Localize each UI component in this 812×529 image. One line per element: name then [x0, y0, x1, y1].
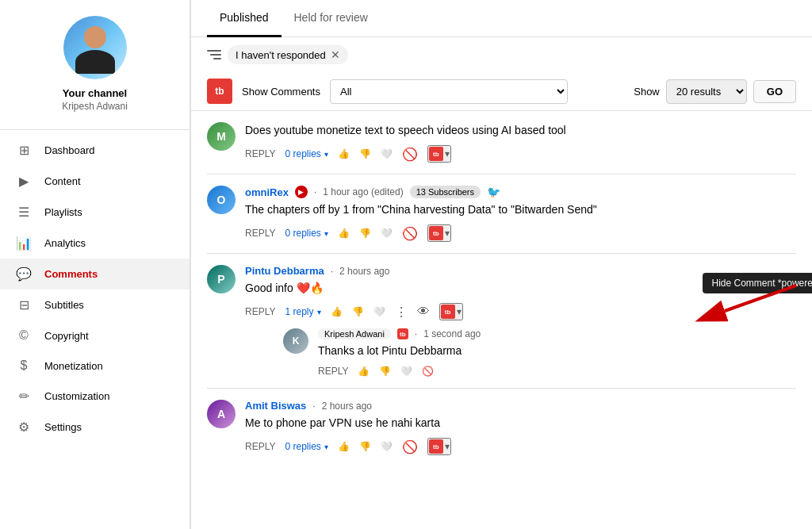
reply-btn-1[interactable]: REPLY — [245, 148, 275, 159]
copyright-icon: © — [16, 328, 32, 343]
avatar — [63, 16, 127, 79]
like-btn-3[interactable]: 👍 — [331, 306, 343, 317]
heart-btn-1[interactable]: 🤍 — [381, 148, 393, 159]
replies-btn-2[interactable]: 0 replies ▾ — [285, 228, 327, 239]
reply-count-3: 1 reply — [285, 306, 313, 317]
sidebar: Your channel Kripesh Adwani ⊞Dashboard▶C… — [0, 0, 190, 529]
reply-text-3: Thanks a lot Pintu Debbarma — [318, 343, 796, 359]
author-name-2: omniRex — [245, 186, 289, 198]
tab-published[interactable]: Published — [207, 0, 282, 37]
hide-btn-2[interactable]: 🚫 — [402, 226, 418, 241]
reply-reply-btn-3[interactable]: REPLY — [318, 366, 348, 377]
like-btn-4[interactable]: 👍 — [338, 441, 350, 452]
tb-chevron-1: ▾ — [445, 148, 450, 159]
heart-btn-3[interactable]: 🤍 — [373, 306, 385, 317]
hide-btn-3[interactable]: 👁 Hide Comment *powered by TubeBuddy — [417, 305, 430, 319]
heart-btn-4[interactable]: 🤍 — [381, 441, 393, 452]
author-name-3: Pintu Debbarma — [245, 265, 324, 277]
reply-like-btn-3[interactable]: 👍 — [358, 366, 370, 377]
sidebar-item-copyright[interactable]: ©Copyright — [0, 320, 190, 351]
reply-label-4: REPLY — [245, 441, 275, 452]
tb-btn-2[interactable]: tb ▾ — [427, 224, 451, 242]
sidebar-item-content[interactable]: ▶Content — [0, 166, 190, 197]
sidebar-item-subtitles[interactable]: ⊟Subtitles — [0, 289, 190, 320]
reply-body-3: Kripesh Adwani tb · 1 second ago Thanks … — [318, 328, 796, 377]
tabs-bar: Published Held for review — [191, 0, 812, 37]
hide-btn-1[interactable]: 🚫 — [402, 147, 418, 162]
sidebar-item-playlists[interactable]: ☰Playlists — [0, 197, 190, 228]
filter-icon[interactable] — [207, 50, 221, 59]
sidebar-item-customization[interactable]: ✏Customization — [0, 381, 190, 412]
sidebar-item-comments[interactable]: 💬Comments — [0, 259, 190, 289]
eye-slash-icon-4: 🚫 — [402, 439, 418, 454]
reply-dislike-btn-3[interactable]: 👎 — [379, 366, 391, 377]
comment-block-3: P Pintu Debbarma · 2 hours ago Good info… — [207, 254, 796, 389]
comment-body-4: Amit Biswas · 2 hours ago Me to phone pa… — [245, 400, 796, 455]
chevron-3: ▾ — [317, 308, 321, 316]
go-button[interactable]: GO — [753, 80, 796, 103]
heart-btn-2[interactable]: 🤍 — [381, 228, 393, 239]
comment-body-2: omniRex ▶ · 1 hour ago (edited) 13 Subsc… — [245, 186, 796, 242]
filter-bar: I haven't responded ✕ — [191, 37, 812, 72]
comments-area: M Does youtube monetize text to speech v… — [191, 111, 812, 466]
channel-name: Your channel — [63, 87, 127, 99]
replies-btn-1[interactable]: 0 replies ▾ — [285, 148, 327, 159]
sidebar-item-dashboard[interactable]: ⊞Dashboard — [0, 135, 190, 166]
hide-btn-4[interactable]: 🚫 — [402, 439, 418, 454]
reply-label-3: REPLY — [245, 306, 275, 317]
avatar-4: A — [207, 400, 236, 428]
sidebar-label-monetization: Monetization — [44, 360, 103, 372]
show-comments-select[interactable]: All Positive Negative Questions Spam — [330, 79, 568, 104]
three-dots-btn-3[interactable]: ⋮ — [395, 305, 408, 320]
comment-actions-4: REPLY 0 replies ▾ 👍 👎 🤍 🚫 tb ▾ — [245, 438, 796, 455]
main-content: Published Held for review I haven't resp… — [191, 0, 812, 529]
replies-btn-3[interactable]: 1 reply ▾ — [285, 306, 320, 317]
tb-btn-1[interactable]: tb ▾ — [427, 145, 451, 163]
dislike-btn-4[interactable]: 👎 — [359, 441, 371, 452]
sidebar-item-analytics[interactable]: 📊Analytics — [0, 228, 190, 259]
sidebar-label-customization: Customization — [44, 390, 109, 402]
reply-hide-btn-3[interactable]: 🚫 — [422, 366, 434, 377]
reply-author-row-3: Kripesh Adwani tb · 1 second ago — [318, 328, 796, 339]
dislike-btn-3[interactable]: 👎 — [352, 306, 364, 317]
comment-body-1: Does youtube monetize text to speech vid… — [245, 122, 796, 163]
tb-btn-4[interactable]: tb ▾ — [427, 438, 451, 455]
dislike-btn-1[interactable]: 👎 — [359, 148, 371, 159]
customization-icon: ✏ — [16, 389, 32, 404]
filter-chip-close[interactable]: ✕ — [331, 48, 340, 61]
tb-chevron-2: ▾ — [445, 228, 450, 239]
tubebuddy-bar: tb Show Comments All Positive Negative Q… — [191, 72, 812, 111]
sidebar-label-analytics: Analytics — [44, 237, 86, 249]
sidebar-item-settings[interactable]: ⚙Settings — [0, 412, 190, 443]
sidebar-item-monetization[interactable]: $Monetization — [0, 351, 190, 381]
like-btn-1[interactable]: 👍 — [338, 148, 350, 159]
settings-icon: ⚙ — [16, 420, 32, 435]
dot-3: · — [331, 266, 333, 277]
reply-verified-tb-3: tb — [397, 328, 408, 339]
avatar-head — [84, 26, 106, 48]
analytics-icon: 📊 — [16, 236, 32, 251]
tb-btn-3[interactable]: tb ▾ — [439, 303, 463, 320]
channel-handle: Kripesh Adwani — [62, 101, 128, 112]
replies-btn-4[interactable]: 0 replies ▾ — [285, 441, 327, 452]
reply-btn-3[interactable]: REPLY — [245, 306, 275, 317]
reply-block-3: K Kripesh Adwani tb · 1 second ago Thank… — [283, 328, 796, 377]
author-name-4: Amit Biswas — [245, 400, 306, 412]
svg-line-1 — [725, 286, 796, 311]
chevron-4: ▾ — [324, 443, 328, 451]
results-select[interactable]: 20 results 50 results 100 results — [666, 79, 747, 104]
reply-author-badge-3: Kripesh Adwani — [318, 328, 391, 339]
time-3: 2 hours ago — [339, 266, 389, 277]
tab-held[interactable]: Held for review — [282, 0, 381, 37]
time-2: 1 hour ago (edited) — [323, 186, 403, 197]
eye-slash-icon-1: 🚫 — [402, 147, 418, 162]
like-btn-2[interactable]: 👍 — [338, 228, 350, 239]
comment-row-2: O omniRex ▶ · 1 hour ago (edited) 13 Sub… — [207, 186, 796, 242]
reply-btn-2[interactable]: REPLY — [245, 228, 275, 239]
tb-show-right: Show 20 results 50 results 100 results G… — [634, 79, 796, 104]
reply-heart-btn-3[interactable]: 🤍 — [400, 366, 412, 377]
show-label: Show — [634, 86, 660, 98]
tb-icon-3: tb — [441, 305, 455, 319]
reply-btn-4[interactable]: REPLY — [245, 441, 275, 452]
dislike-btn-2[interactable]: 👎 — [359, 228, 371, 239]
